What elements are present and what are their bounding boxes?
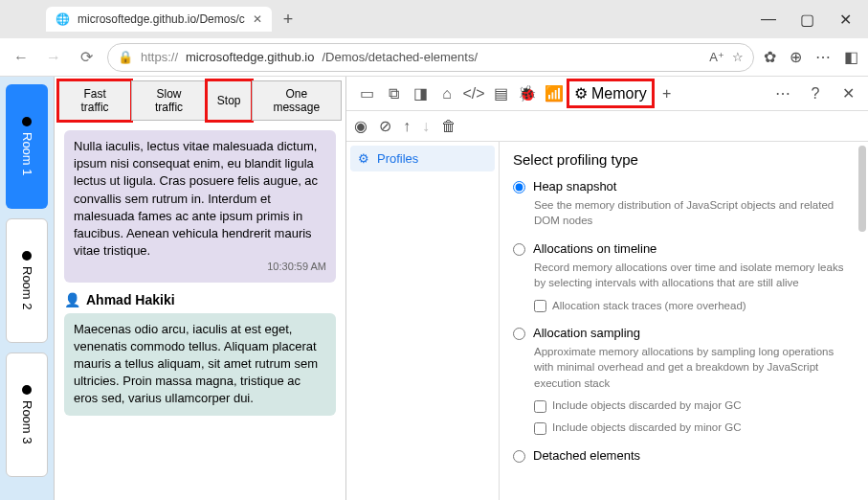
status-dot (22, 117, 32, 126)
option-label: Detached elements (533, 448, 640, 463)
extensions-icon[interactable]: ✿ (764, 48, 776, 66)
memory-label: Memory (591, 85, 647, 102)
room-label: Room 1 (20, 132, 34, 176)
lock-icon: 🔒 (118, 50, 133, 64)
alloc-sampling-radio[interactable] (513, 328, 525, 340)
globe-icon: 🌐 (56, 12, 70, 26)
room-label: Room 3 (20, 400, 34, 444)
minimize-button[interactable]: — (761, 11, 776, 27)
close-tab-icon[interactable]: ✕ (253, 12, 262, 26)
option-desc: Approximate memory allocations by sampli… (534, 344, 855, 390)
message-time: 10:30:59 AM (74, 260, 326, 274)
profiles-item[interactable]: ⚙ Profiles (350, 146, 495, 171)
welcome-icon[interactable]: ⌂ (434, 81, 459, 106)
inspect-icon[interactable]: ▭ (354, 81, 379, 106)
down-icon[interactable]: ↓ (422, 118, 430, 135)
sub-label: Include objects discarded by major GC (552, 399, 742, 411)
device-icon[interactable]: ⧉ (381, 81, 406, 106)
profiles-label: Profiles (377, 151, 418, 166)
person-icon: 👤 (64, 292, 80, 307)
allocations-timeline-option[interactable]: Allocations on timeline Record memory al… (513, 241, 855, 312)
status-dot (22, 251, 32, 261)
devtools-panel: ▭ ⧉ ◨ ⌂ </> ▤ 🐞 📶 ⚙ Memory + ⋯ ? ✕ ◉ (346, 77, 868, 500)
message-text: Maecenas odio arcu, iaculis at est eget,… (74, 321, 326, 408)
message: Maecenas odio arcu, iaculis at est eget,… (64, 313, 336, 416)
option-label: Allocation sampling (533, 326, 640, 340)
message-text: Nulla iaculis, lectus vitae malesuada di… (74, 138, 326, 260)
minor-gc-checkbox[interactable] (534, 422, 546, 435)
room-1[interactable]: Room 1 (6, 84, 48, 209)
detached-radio[interactable] (513, 450, 525, 463)
option-desc: Record memory allocations over time and … (534, 260, 855, 290)
author-name: Ahmad Hakiki (86, 292, 175, 307)
allocation-sampling-option[interactable]: Allocation sampling Approximate memory a… (513, 326, 855, 434)
help-icon[interactable]: ? (803, 81, 828, 106)
scrollbar[interactable] (858, 146, 866, 232)
slow-traffic-button[interactable]: Slow traffic (131, 80, 207, 121)
gear-icon: ⚙ (574, 84, 588, 102)
room-2[interactable]: Room 2 (6, 218, 48, 343)
tab-title: microsoftedge.github.io/Demos/c (78, 12, 245, 26)
stack-traces-checkbox[interactable] (534, 300, 546, 312)
messages-area[interactable]: Nulla iaculis, lectus vitae malesuada di… (55, 125, 345, 498)
maximize-button[interactable]: ▢ (799, 11, 814, 27)
panel-icon[interactable]: ◨ (408, 81, 433, 106)
heap-snapshot-radio[interactable] (513, 181, 525, 193)
option-label: Heap snapshot (533, 179, 616, 193)
sub-label: Include objects discarded by minor GC (552, 421, 742, 433)
url-path: /Demos/detached-elements/ (322, 50, 478, 64)
devtools-tab-bar: ▭ ⧉ ◨ ⌂ </> ▤ 🐞 📶 ⚙ Memory + ⋯ ? ✕ (346, 77, 868, 111)
forward-button[interactable]: → (42, 46, 65, 69)
record-icon[interactable]: ◉ (354, 117, 367, 135)
rooms-sidebar: Room 1 Room 2 Room 3 (0, 77, 54, 500)
network-icon[interactable]: 📶 (542, 81, 567, 106)
more-tools-icon[interactable]: ⋯ (770, 81, 795, 106)
reader-icon[interactable]: A⁺ (709, 50, 724, 64)
fast-traffic-button[interactable]: Fast traffic (58, 80, 131, 121)
major-gc-checkbox[interactable] (534, 400, 546, 413)
add-tab-icon[interactable]: + (655, 81, 679, 106)
one-message-button[interactable]: One message (252, 80, 342, 121)
url-host: microsoftedge.github.io (186, 50, 314, 64)
new-tab-button[interactable]: + (283, 10, 294, 30)
heap-snapshot-option[interactable]: Heap snapshot See the memory distributio… (513, 179, 855, 228)
more-icon[interactable]: ⋯ (815, 48, 831, 66)
up-icon[interactable]: ↑ (403, 118, 411, 135)
elements-icon[interactable]: </> (461, 81, 486, 106)
favorite-icon[interactable]: ☆ (732, 50, 744, 64)
browser-toolbar: ← → ⟳ 🔒 https://microsoftedge.github.io/… (0, 38, 868, 77)
stop-button[interactable]: Stop (207, 80, 252, 121)
message: Nulla iaculis, lectus vitae malesuada di… (64, 130, 336, 283)
chat-controls: Fast traffic Slow traffic Stop One messa… (55, 77, 345, 125)
option-desc: See the memory distribution of JavaScrip… (534, 197, 855, 228)
url-protocol: https:// (141, 50, 178, 64)
browser-tab[interactable]: 🌐 microsoftedge.github.io/Demos/c ✕ (46, 7, 272, 32)
room-label: Room 2 (20, 266, 34, 310)
chat-panel: Fast traffic Slow traffic Stop One messa… (54, 77, 346, 500)
sub-label: Allocation stack traces (more overhead) (552, 300, 746, 311)
profiling-options: Select profiling type Heap snapshot See … (500, 142, 868, 500)
memory-tab[interactable]: ⚙ Memory (568, 80, 653, 106)
trash-icon[interactable]: 🗑 (441, 118, 456, 135)
collections-icon[interactable]: ⊕ (790, 48, 802, 66)
close-devtools-icon[interactable]: ✕ (835, 81, 860, 106)
room-3[interactable]: Room 3 (6, 352, 48, 477)
back-button[interactable]: ← (10, 46, 33, 69)
memory-toolbar: ◉ ⊘ ↑ ↓ 🗑 (346, 111, 868, 142)
message-author: 👤 Ahmad Hakiki (64, 292, 336, 307)
profiles-sidebar: ⚙ Profiles (346, 142, 500, 500)
profiling-title: Select profiling type (513, 151, 855, 168)
alloc-timeline-radio[interactable] (513, 243, 525, 256)
sources-icon[interactable]: ▤ (488, 81, 513, 106)
address-bar[interactable]: 🔒 https://microsoftedge.github.io/Demos/… (107, 43, 754, 72)
filter-icon: ⚙ (358, 151, 369, 166)
bug-icon[interactable]: 🐞 (515, 81, 540, 106)
detached-elements-option[interactable]: Detached elements (513, 448, 855, 463)
close-window-button[interactable]: ✕ (837, 11, 853, 27)
titlebar: 🌐 microsoftedge.github.io/Demos/c ✕ + — … (0, 0, 868, 38)
sidebar-icon[interactable]: ◧ (844, 48, 858, 66)
refresh-button[interactable]: ⟳ (75, 46, 98, 69)
option-label: Allocations on timeline (533, 241, 657, 256)
status-dot (22, 385, 32, 395)
clear-icon[interactable]: ⊘ (379, 117, 391, 135)
